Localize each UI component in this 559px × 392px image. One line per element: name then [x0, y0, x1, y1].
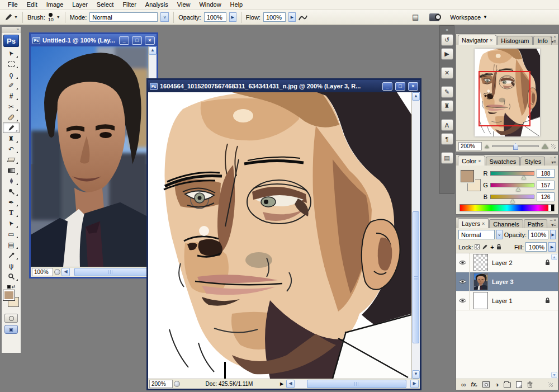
- menu-file[interactable]: File: [3, 1, 22, 8]
- navigator-view-rectangle[interactable]: [479, 71, 530, 126]
- zoom-out-icon[interactable]: [485, 145, 489, 148]
- current-tool-icon[interactable]: ▼: [4, 13, 18, 21]
- win1-canvas[interactable]: [31, 46, 148, 267]
- actions-panel-icon[interactable]: ▶: [441, 48, 453, 60]
- toggle-palettes-icon[interactable]: ▤: [412, 13, 419, 21]
- tool-eraser[interactable]: [3, 154, 20, 165]
- layers-scroll-rail[interactable]: ▲ ▼: [551, 253, 558, 379]
- panel-menu-icon[interactable]: ▾≡: [551, 40, 556, 44]
- tool-move[interactable]: ➤: [3, 48, 20, 59]
- lock-pixels-icon[interactable]: [482, 244, 488, 250]
- lock-position-icon[interactable]: +: [490, 244, 494, 251]
- tab-close-icon[interactable]: ×: [490, 37, 492, 43]
- lock-transparency-icon[interactable]: [475, 244, 480, 249]
- scroll-down-icon[interactable]: ▼: [551, 372, 557, 378]
- scrollbar-thumb[interactable]: [74, 268, 147, 276]
- tool-path-selection[interactable]: ➤: [3, 218, 20, 229]
- win1-close-button[interactable]: ×: [145, 36, 155, 45]
- default-colors-icon[interactable]: [7, 285, 11, 289]
- layer-opacity-field[interactable]: 100%: [528, 230, 548, 239]
- visibility-cell[interactable]: [456, 291, 470, 310]
- panel-resize-grip[interactable]: [551, 144, 556, 149]
- tab-navigator[interactable]: Navigator ×: [458, 35, 496, 45]
- opacity-spinner[interactable]: ▶: [550, 230, 556, 239]
- win2-close-button[interactable]: ×: [408, 82, 418, 91]
- menu-edit[interactable]: Edit: [22, 1, 42, 8]
- win1-horizontal-scrollbar[interactable]: ◀ ▶: [61, 268, 155, 276]
- layer3-thumbnail[interactable]: [473, 273, 488, 290]
- tool-pen[interactable]: ✒: [3, 197, 20, 207]
- layer-name[interactable]: Layer 3: [492, 278, 550, 285]
- green-value-field[interactable]: 157: [537, 181, 555, 190]
- clone-source-panel-icon[interactable]: ♜: [441, 100, 453, 112]
- win2-maximize-button[interactable]: □: [395, 82, 405, 91]
- bridge-icon[interactable]: [429, 13, 439, 21]
- win1-title-bar[interactable]: Ps Untitled-1 @ 100% (Lay... _ □ ×: [31, 34, 157, 46]
- tool-gradient[interactable]: [3, 165, 20, 176]
- menu-window[interactable]: Window: [195, 1, 225, 8]
- win2-title-bar[interactable]: Ps 1604564_10152007567468311_634341431_n…: [148, 80, 420, 92]
- win2-canvas[interactable]: [148, 92, 411, 379]
- tool-spot-healing[interactable]: [3, 112, 20, 122]
- adjustment-layer-icon[interactable]: ◑: [495, 381, 499, 389]
- tab-channels[interactable]: Channels: [489, 219, 523, 228]
- scroll-left-icon[interactable]: ◀: [286, 380, 295, 388]
- win2-zoom-field[interactable]: 200%: [149, 380, 173, 388]
- tab-styles[interactable]: Styles: [520, 157, 545, 166]
- tab-color[interactable]: Color ×: [458, 155, 485, 166]
- delete-layer-icon[interactable]: [527, 381, 533, 388]
- green-slider[interactable]: [490, 183, 534, 187]
- brush-picker-arrow-icon[interactable]: ▼: [56, 15, 60, 19]
- brush-preset-picker[interactable]: 10: [48, 13, 54, 22]
- tool-rectangular-marquee[interactable]: [3, 59, 20, 69]
- mode-select[interactable]: Normal: [89, 12, 158, 22]
- tab-close-icon[interactable]: ×: [482, 221, 485, 226]
- blend-mode-select[interactable]: Normal: [458, 230, 495, 239]
- menu-layer[interactable]: Layer: [68, 1, 92, 8]
- visibility-cell[interactable]: [456, 253, 470, 272]
- tab-histogram[interactable]: Histogram: [497, 36, 533, 45]
- menu-select[interactable]: Select: [92, 1, 119, 8]
- flow-input[interactable]: 100%: [263, 12, 286, 22]
- tool-eyedropper[interactable]: [3, 250, 20, 261]
- win2-vertical-scrollbar[interactable]: ▲ ▼: [411, 92, 420, 379]
- toolbox-collapse-grip[interactable]: »: [2, 27, 21, 33]
- tool-dodge[interactable]: [3, 186, 20, 197]
- opacity-input[interactable]: 100%: [204, 12, 226, 22]
- tool-history-brush[interactable]: ↶: [3, 144, 20, 154]
- red-slider[interactable]: [490, 171, 534, 176]
- menu-filter[interactable]: Filter: [118, 1, 140, 8]
- win2-horizontal-scrollbar[interactable]: ◀ ▶: [286, 380, 419, 388]
- scroll-right-icon[interactable]: ▶: [410, 380, 419, 388]
- tab-paths[interactable]: Paths: [524, 219, 547, 228]
- green-slider-thumb[interactable]: [516, 187, 520, 191]
- slider-thumb[interactable]: [513, 143, 518, 150]
- scroll-up-icon[interactable]: ▲: [551, 254, 557, 260]
- panel-corner-controls[interactable]: ‒ ×: [550, 34, 556, 39]
- tool-zoom[interactable]: [3, 271, 20, 282]
- workspace-menu[interactable]: Workspace ▼: [450, 14, 487, 21]
- layer-fill-field[interactable]: 100%: [525, 242, 547, 252]
- history-panel-icon[interactable]: ↺: [441, 34, 453, 46]
- blue-slider[interactable]: [490, 195, 534, 199]
- scroll-up-icon[interactable]: ▲: [149, 46, 157, 55]
- layer1-thumbnail[interactable]: [473, 292, 488, 309]
- layer-row-layer2[interactable]: Layer 2: [456, 253, 558, 272]
- tool-brush[interactable]: [3, 122, 20, 133]
- tab-info[interactable]: Info: [533, 36, 551, 45]
- visibility-cell[interactable]: [456, 272, 470, 291]
- panel-menu-icon[interactable]: ▾≡: [551, 223, 556, 227]
- new-group-icon[interactable]: [504, 382, 511, 388]
- new-layer-icon[interactable]: [516, 381, 522, 388]
- menu-view[interactable]: View: [173, 1, 195, 8]
- layer-comps-panel-icon[interactable]: ▤: [441, 152, 453, 164]
- blue-value-field[interactable]: 126: [537, 192, 555, 201]
- tab-close-icon[interactable]: ×: [478, 158, 481, 164]
- panel-corner-controls[interactable]: ‒ ×: [550, 218, 556, 223]
- tool-slice[interactable]: ✂: [3, 101, 20, 112]
- tool-presets-panel-icon[interactable]: ✕: [441, 67, 453, 79]
- swap-colors-icon[interactable]: ⇄: [12, 284, 16, 289]
- menu-analysis[interactable]: Analysis: [141, 1, 173, 8]
- scroll-down-icon[interactable]: ▼: [412, 370, 420, 379]
- dock-collapse-grip[interactable]: «: [446, 27, 448, 33]
